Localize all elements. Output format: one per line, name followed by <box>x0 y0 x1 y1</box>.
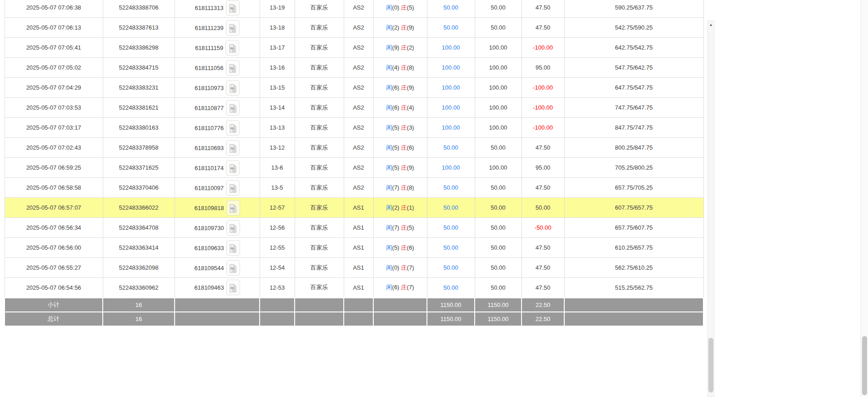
video-file-icon <box>229 104 237 113</box>
cell-game-no: 618111239 <box>175 18 260 38</box>
table-row[interactable]: 2025-05-07 07:03:17 522483380163 6181107… <box>5 118 703 138</box>
cell-bet-time: 2025-05-07 07:05:02 <box>5 58 103 78</box>
banker-count: (1) <box>407 204 414 211</box>
bet-amount-link[interactable]: 100.00 <box>442 64 460 71</box>
table-row[interactable]: 2025-05-07 07:04:29 522483383231 6181109… <box>5 78 703 98</box>
player-count: (4) <box>392 64 399 71</box>
cell-round: 13-5 <box>260 178 295 198</box>
video-replay-button[interactable] <box>226 80 240 95</box>
player-label: 闲 <box>386 4 392 11</box>
bet-amount-link[interactable]: 50.00 <box>443 204 458 211</box>
bet-amount-link[interactable]: 50.00 <box>443 144 458 151</box>
bet-amount-link[interactable]: 100.00 <box>442 104 460 111</box>
subtotal-winloss: 22.50 <box>522 298 564 312</box>
cell-valid-amount: 100.00 <box>475 78 522 98</box>
bet-amount-link[interactable]: 50.00 <box>443 284 458 291</box>
bet-amount-link[interactable]: 100.00 <box>442 124 460 131</box>
cell-win-loss: 47.50 <box>522 178 564 198</box>
page-scrollbar[interactable] <box>861 0 868 397</box>
table-row[interactable]: 2025-05-07 06:56:34 522483364708 6181097… <box>5 218 703 238</box>
cell-order-no: 522483378958 <box>103 138 175 158</box>
player-count: (2) <box>392 204 399 211</box>
cell-round: 13-12 <box>260 138 295 158</box>
video-replay-button[interactable] <box>226 200 240 216</box>
table-row[interactable]: 2025-05-07 07:02:43 522483378958 6181106… <box>5 138 703 158</box>
table-row[interactable]: 2025-05-07 07:06:38 522483388706 6181113… <box>5 0 703 18</box>
banker-count: (2) <box>407 44 414 51</box>
table-row[interactable]: 2025-05-07 06:55:27 522483362098 6181095… <box>5 258 703 278</box>
bet-amount-link[interactable]: 100.00 <box>442 44 460 51</box>
cell-balance: 542.75/590.25 <box>564 18 703 38</box>
total-empty-table <box>344 312 373 326</box>
subtotal-empty-balance <box>564 298 703 312</box>
video-replay-button[interactable] <box>226 180 240 196</box>
cell-bet-amount: 50.00 <box>427 258 475 278</box>
table-row[interactable]: 2025-05-07 06:58:58 522483370406 6181100… <box>5 178 703 198</box>
table-row[interactable]: 2025-05-07 07:03:53 522483381621 6181108… <box>5 98 703 118</box>
cell-order-no: 522483384715 <box>103 58 175 78</box>
player-label: 闲 <box>386 224 392 231</box>
bet-amount-link[interactable]: 50.00 <box>443 4 458 11</box>
cell-round: 12-56 <box>260 218 295 238</box>
cell-result: 闲(5) 庄(9) <box>373 158 427 178</box>
table-row[interactable]: 2025-05-07 06:56:00 522483363414 6181096… <box>5 238 703 258</box>
cell-balance: 515.25/562.75 <box>564 278 703 298</box>
player-count: (0) <box>392 4 399 11</box>
cell-round: 13-17 <box>260 38 295 58</box>
table-row[interactable]: 2025-05-07 07:06:13 522483387613 6181112… <box>5 18 703 38</box>
video-replay-button[interactable] <box>226 60 240 75</box>
page-scrollbar-thumb[interactable] <box>862 336 867 395</box>
video-replay-button[interactable] <box>226 120 240 136</box>
total-empty-game <box>295 312 344 326</box>
bet-amount-link[interactable]: 50.00 <box>443 224 458 231</box>
banker-label: 庄 <box>401 264 407 271</box>
banker-label: 庄 <box>401 164 407 171</box>
player-count: (7) <box>392 224 399 231</box>
video-replay-button[interactable] <box>226 260 240 276</box>
bet-amount-link[interactable]: 50.00 <box>443 184 458 191</box>
cell-game-no: 618111159 <box>175 38 260 58</box>
total-row: 总计 16 1150.00 1150.00 22.50 <box>5 312 703 326</box>
game-no-text: 618109463 <box>194 284 224 291</box>
table-row[interactable]: 2025-05-07 06:57:07 522483366022 6181098… <box>5 198 703 218</box>
cell-win-loss: 47.50 <box>522 0 564 18</box>
video-file-icon <box>229 264 237 273</box>
table-row[interactable]: 2025-05-07 07:05:41 522483386298 6181111… <box>5 38 703 58</box>
banker-label: 庄 <box>401 104 407 111</box>
total-valid: 1150.00 <box>475 312 522 326</box>
bet-amount-link[interactable]: 100.00 <box>442 164 460 171</box>
video-replay-button[interactable] <box>226 40 239 55</box>
video-replay-button[interactable] <box>226 240 240 256</box>
table-scrollbar-thumb[interactable] <box>708 338 713 392</box>
cell-balance: 642.75/542.75 <box>564 38 703 58</box>
table-row[interactable]: 2025-05-07 06:59:25 522483371625 6181101… <box>5 158 703 178</box>
video-replay-button[interactable] <box>226 280 240 295</box>
cell-bet-amount: 100.00 <box>427 38 475 58</box>
cell-game-type: 百家乐 <box>295 78 344 98</box>
cell-table-name: AS2 <box>344 58 373 78</box>
bet-amount-link[interactable]: 50.00 <box>443 24 458 31</box>
cell-result: 闲(5) 庄(3) <box>373 118 427 138</box>
table-scrollbar[interactable]: ▲ <box>707 20 714 397</box>
video-replay-button[interactable] <box>226 100 240 116</box>
cell-game-type: 百家乐 <box>295 198 344 218</box>
table-row[interactable]: 2025-05-07 06:54:56 522483360962 6181094… <box>5 278 703 298</box>
bet-amount-link[interactable]: 50.00 <box>443 244 458 251</box>
subtotal-count: 16 <box>103 298 175 312</box>
cell-round: 13-18 <box>260 18 295 38</box>
chevron-up-icon[interactable]: ▲ <box>708 22 714 28</box>
cell-game-type: 百家乐 <box>295 178 344 198</box>
video-replay-button[interactable] <box>226 220 240 236</box>
bet-amount-link[interactable]: 100.00 <box>442 84 460 91</box>
video-replay-button[interactable] <box>226 140 240 156</box>
video-replay-button[interactable] <box>226 20 240 35</box>
banker-label: 庄 <box>401 64 407 71</box>
player-count: (2) <box>392 24 399 31</box>
video-replay-button[interactable] <box>226 160 240 176</box>
video-replay-button[interactable] <box>226 0 240 15</box>
table-row[interactable]: 2025-05-07 07:05:02 522483384715 6181110… <box>5 58 703 78</box>
cell-table-name: AS1 <box>344 278 373 298</box>
banker-count: (8) <box>407 184 414 191</box>
bet-amount-link[interactable]: 50.00 <box>443 264 458 271</box>
cell-balance: 800.25/847.75 <box>564 138 703 158</box>
